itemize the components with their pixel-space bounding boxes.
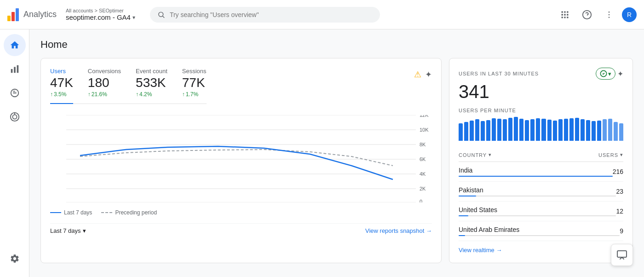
card-footer: Last 7 days ▾ View reports snapshot → xyxy=(50,223,432,234)
svg-rect-7 xyxy=(567,14,568,15)
sidebar-item-reports[interactable] xyxy=(4,58,26,80)
view-realtime-link[interactable]: View realtime → xyxy=(459,247,623,254)
users-col-label: USERS xyxy=(598,152,618,158)
metric-tab-sessions[interactable]: Sessions 77K 1.7% xyxy=(182,68,207,104)
settings-icon xyxy=(10,254,20,264)
date-label: Last 7 days xyxy=(50,227,81,234)
metric-tab-events-label: Event count xyxy=(136,68,167,75)
per-minute-bar xyxy=(503,119,507,141)
warning-icon: ⚠ xyxy=(414,69,421,80)
content-grid: Users 47K 3.5% Conversions 180 21.6% Eve… xyxy=(40,58,633,263)
help-button[interactable] xyxy=(578,6,596,24)
per-minute-bar xyxy=(597,121,601,141)
chevron-down-icon: ▾ xyxy=(132,14,135,21)
metric-tab-conversions-change: 21.6% xyxy=(88,91,121,98)
radar-icon xyxy=(10,112,20,122)
date-selector[interactable]: Last 7 days ▾ xyxy=(50,227,86,234)
svg-text:0: 0 xyxy=(420,199,422,202)
sidebar-item-advertising[interactable] xyxy=(4,106,26,128)
help-icon xyxy=(582,10,592,20)
per-minute-bar xyxy=(608,119,612,141)
country-col-header[interactable]: COUNTRY ▾ xyxy=(459,152,492,158)
chat-icon xyxy=(616,249,627,260)
country-user-count: 12 xyxy=(616,208,623,215)
account-selector[interactable]: All accounts > SEOptimer seoptimer.com -… xyxy=(66,8,135,21)
realtime-label: USERS IN LAST 30 MINUTES xyxy=(459,71,539,76)
more-options-button[interactable] xyxy=(600,6,618,24)
country-bar-fill xyxy=(459,215,468,216)
realtime-count: 341 xyxy=(459,81,623,102)
logo-bar-1 xyxy=(7,16,11,21)
per-minute-bar xyxy=(519,119,523,141)
country-bar-fill xyxy=(459,235,465,236)
per-minute-bar xyxy=(541,119,546,141)
per-minute-bar xyxy=(525,120,529,141)
country-bar-track xyxy=(459,235,620,236)
check-dropdown-arrow: ▾ xyxy=(608,70,611,77)
svg-rect-5 xyxy=(562,14,563,15)
svg-point-14 xyxy=(609,14,610,15)
svg-rect-8 xyxy=(562,17,563,18)
sparkle-icon[interactable]: ✦ xyxy=(425,69,432,80)
country-sort-icon: ▾ xyxy=(489,152,492,158)
metric-tab-sessions-label: Sessions xyxy=(182,68,207,75)
per-minute-bar xyxy=(486,120,490,141)
per-minute-bar xyxy=(564,119,568,141)
avatar[interactable]: R xyxy=(622,7,637,22)
users-sort-icon: ▾ xyxy=(620,152,623,158)
per-minute-bar xyxy=(569,118,574,141)
realtime-sparkle-icon[interactable]: ✦ xyxy=(617,69,623,78)
svg-rect-46 xyxy=(617,251,627,257)
metric-tab-events-change: 4.2% xyxy=(136,91,167,98)
analytics-logo xyxy=(7,8,19,21)
view-reports-label: View reports snapshot → xyxy=(365,227,432,234)
per-minute-bar xyxy=(514,117,518,141)
bar-chart-icon xyxy=(10,64,20,74)
country-name: United Arab Emirates xyxy=(459,226,620,233)
country-table-header: COUNTRY ▾ USERS ▾ xyxy=(459,148,623,162)
svg-line-1 xyxy=(163,16,164,17)
svg-rect-2 xyxy=(562,11,563,12)
sidebar-item-home[interactable] xyxy=(4,34,26,56)
legend-line-solid xyxy=(50,212,61,213)
metric-tab-users[interactable]: Users 47K 3.5% xyxy=(50,68,73,104)
sidebar-item-explore[interactable] xyxy=(4,82,26,104)
search-bar[interactable] xyxy=(150,7,380,23)
metric-tab-events[interactable]: Event count 533K 4.2% xyxy=(136,68,167,104)
apps-icon xyxy=(560,10,569,19)
realtime-actions: ▾ ✦ xyxy=(596,68,623,80)
country-bar-fill xyxy=(459,176,613,177)
country-row: India216 xyxy=(459,162,623,182)
per-minute-bar xyxy=(614,122,618,141)
search-input[interactable] xyxy=(170,11,373,18)
per-minute-bar xyxy=(492,118,496,141)
svg-rect-3 xyxy=(564,11,565,12)
logo-text: Analytics xyxy=(23,10,57,19)
sidebar-item-settings[interactable] xyxy=(4,248,26,270)
search-icon xyxy=(157,11,165,19)
per-minute-bar xyxy=(481,121,485,141)
users-col-header[interactable]: USERS ▾ xyxy=(598,152,623,158)
apps-button[interactable] xyxy=(556,6,574,24)
per-minute-bar xyxy=(603,119,607,141)
legend-dashed: Preceding period xyxy=(101,209,157,216)
legend-dashed-label: Preceding period xyxy=(115,209,157,216)
check-dropdown[interactable]: ▾ xyxy=(596,68,615,80)
sidebar xyxy=(0,29,29,272)
account-name[interactable]: seoptimer.com - GA4 ▾ xyxy=(66,13,135,21)
legend-solid: Last 7 days xyxy=(50,209,92,216)
metric-tab-sessions-value: 77K xyxy=(182,75,207,90)
country-bar-track xyxy=(459,176,613,177)
view-reports-link[interactable]: View reports snapshot → xyxy=(365,227,432,234)
chat-fab[interactable] xyxy=(611,244,633,266)
svg-text:4K: 4K xyxy=(420,171,426,177)
message-icon xyxy=(10,88,20,98)
metric-tab-conversions[interactable]: Conversions 180 21.6% xyxy=(88,68,121,104)
home-icon xyxy=(10,40,20,50)
per-minute-bar xyxy=(464,122,468,141)
per-minute-bar-chart xyxy=(459,117,623,141)
svg-rect-18 xyxy=(17,65,18,73)
country-row: United Arab Emirates9 xyxy=(459,221,623,241)
country-bar-track xyxy=(459,196,616,196)
country-row: United States12 xyxy=(459,202,623,221)
